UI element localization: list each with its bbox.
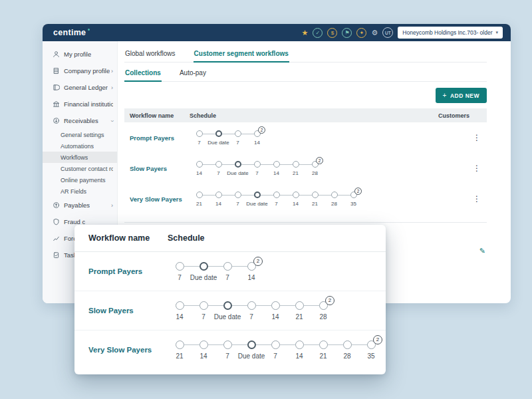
schedule-stepper: 21147Due date7142128235 [190,192,467,207]
schedule-step: 21 [190,192,209,207]
schedule-step-label: 7 [236,140,239,146]
sidebar-item-general-ledger[interactable]: General Ledger› [43,79,117,96]
tab-collections[interactable]: Collections [124,64,162,82]
sidebar-item-customer-contact-roles[interactable]: Customer contact roles [43,163,117,174]
table-row: Very Slow Payers21147Due date7142128235⋮ [124,184,487,214]
sidebar-item-receivables[interactable]: Receivables› [43,112,117,129]
workflow-name-link[interactable]: Slow Payers [74,307,168,315]
shield-icon [53,218,60,225]
schedule-step: 7 [209,161,228,176]
schedule-step: 21 [311,340,335,360]
schedule-step: 228 [305,161,325,176]
schedule-node-icon [271,340,280,349]
schedule-step: 21 [168,340,192,360]
column-header-schedule: Schedule [190,112,438,119]
repeat-count-badge: 2 [258,126,265,134]
chevron-right-icon: › [111,84,113,91]
schedule-step-label: 21 [196,201,202,207]
table-row: Very Slow Payers21147Due date7142128235 [74,331,386,369]
column-header-workflow-name: Workflow name [124,112,190,119]
schedule-node-icon [331,192,338,198]
schedule-step: 14 [192,340,215,360]
schedule-step-due-date: Due date [209,130,228,146]
row-menu-button[interactable]: ⋮ [467,164,487,173]
repeat-count-badge: 2 [373,335,382,344]
row-menu-button[interactable]: ⋮ [467,133,487,142]
send-icon[interactable]: ✓ [313,28,323,38]
ledger-icon [53,84,60,91]
tab-auto-pay[interactable]: Auto-pay [179,64,207,82]
topbar-right: ★✓$⚑✦⚙ UT Honeycomb Holdings Inc.703- ol… [302,27,503,39]
schedule-step-label: Due date [227,170,248,176]
schedule-node-icon [196,161,203,168]
workflow-name-link[interactable]: Prompt Payers [74,267,168,275]
schedule-node-icon [247,301,256,310]
schedule-step: 7 [215,340,239,360]
schedule-step: 7 [168,262,192,281]
tab-global-workflows[interactable]: Global workflows [124,45,176,63]
sidebar-item-financial-institutions[interactable]: Financial institutions [43,96,117,112]
flag-icon[interactable]: ⚑ [342,28,352,38]
schedule-step: 214 [239,262,263,281]
due-date-node-icon [254,192,261,198]
schedule-step-label: 21 [295,313,303,321]
sidebar-item-general-settings[interactable]: General settings [43,129,117,140]
schedule-step-label: 28 [319,313,327,321]
schedule-step-label: 14 [273,170,279,176]
gear-icon[interactable]: ⚙ [371,29,378,37]
row-menu-button[interactable]: ⋮ [467,194,487,203]
repeat-count-badge: 2 [316,157,323,164]
schedule-step-label: Due date [190,274,217,281]
topbar-icons: ★✓$⚑✦⚙ [302,28,378,38]
sidebar-item-my-profile[interactable]: My profile [43,46,117,63]
workflow-name-link[interactable]: Slow Payers [124,165,190,172]
company-selector[interactable]: Honeycomb Holdings Inc.703- older ▾ [398,27,503,39]
schedule-step: 228 [311,301,335,321]
schedule-node-icon [223,262,232,271]
schedule-node-icon [176,301,184,310]
sidebar-item-label: General settings [61,132,104,138]
schedule-step-label: 14 [293,201,299,207]
tab-customer-segment-workflows[interactable]: Customer segment workflows [194,45,289,63]
edit-pencil-icon[interactable]: ✎ [479,247,485,255]
schedule-step-label: 7 [236,201,239,207]
sidebar-item-label: Customer contact roles [61,166,113,172]
schedule-node-icon [176,262,184,271]
user-avatar[interactable]: UT [382,27,393,38]
sidebar-item-online-payments[interactable]: Online payments [43,174,117,186]
schedule-node-icon [254,161,261,168]
plus-icon: + [443,92,447,99]
sidebar-item-label: Financial institutions [64,100,113,108]
table-row: Slow Payers147Due date71421228 [74,291,386,331]
schedule-step-label: 14 [200,352,207,360]
repeat-count-badge: 2 [253,257,263,266]
toolbar-row: + ADD NEW [124,88,487,103]
currency-icon[interactable]: $ [327,28,337,38]
workflow-name-link[interactable]: Very Slow Payers [124,196,190,203]
tasks-icon [53,251,60,259]
star-icon[interactable]: ★ [302,29,309,37]
sidebar-item-workflows[interactable]: Workflows [43,152,117,163]
workflow-name-link[interactable]: Prompt Payers [124,134,190,142]
popup-column-schedule: Schedule [168,233,205,243]
workflow-name-link[interactable]: Very Slow Payers [74,346,168,354]
schedule-step: 14 [286,192,305,207]
sidebar-item-payables[interactable]: Payables› [43,197,117,213]
sparkle-icon[interactable]: ✦ [356,28,366,38]
table-row: Prompt Payers7Due date7214⋮ [124,122,487,153]
sidebar-item-automations[interactable]: Automations [43,140,117,152]
workflow-table-body: Prompt Payers7Due date7214⋮Slow Payers14… [124,122,487,214]
add-new-button[interactable]: + ADD NEW [436,88,487,103]
sidebar-item-label: Workflows [61,154,88,161]
sidebar-item-company-profile[interactable]: Company profile› [43,63,117,79]
sidebar-item-ar-fields[interactable]: AR Fields [43,186,117,197]
schedule-step-label: Due date [238,352,265,360]
schedule-step-label: 21 [312,201,318,207]
schedule-step: 28 [335,340,359,360]
schedule-node-icon [293,192,299,198]
due-date-node-icon [200,262,208,271]
schedule-step: 14 [287,340,311,360]
schedule-step: 7 [215,262,239,281]
schedule-node-icon [223,340,232,349]
receivables-icon [53,117,60,124]
